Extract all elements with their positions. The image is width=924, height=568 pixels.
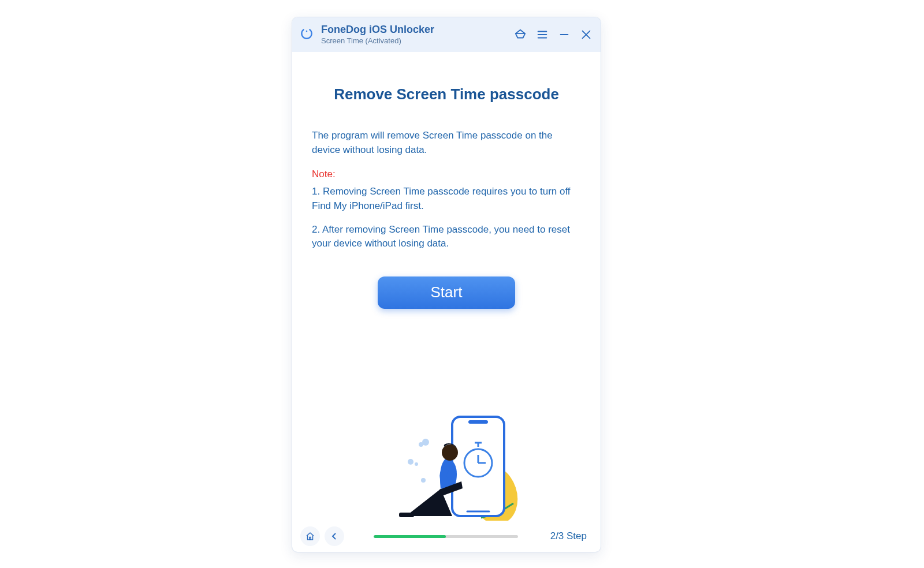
footer: 2/3 Step <box>292 521 601 552</box>
illustration <box>292 382 601 521</box>
svg-point-18 <box>419 442 423 447</box>
intro-text: The program will remove Screen Time pass… <box>312 129 581 157</box>
step-label: 2/3 Step <box>550 530 587 542</box>
svg-point-11 <box>464 449 492 477</box>
back-button[interactable] <box>325 526 344 546</box>
home-button[interactable] <box>300 526 320 546</box>
svg-point-21 <box>415 462 418 466</box>
svg-rect-8 <box>452 417 504 516</box>
minimize-icon[interactable] <box>558 28 571 41</box>
start-button[interactable]: Start <box>378 276 515 309</box>
app-logo-icon <box>298 26 315 43</box>
app-subtitle: Screen Time (Activated) <box>321 37 434 46</box>
menu-icon[interactable] <box>536 28 549 41</box>
svg-point-20 <box>408 459 413 465</box>
page-heading: Remove Screen Time passcode <box>312 85 581 103</box>
svg-point-22 <box>421 478 426 483</box>
note-2: 2. After removing Screen Time passcode, … <box>312 223 581 251</box>
svg-point-0 <box>306 31 308 32</box>
svg-rect-16 <box>399 513 414 517</box>
svg-point-7 <box>463 459 525 521</box>
note-1: 1. Removing Screen Time passcode require… <box>312 185 581 213</box>
progress-fill <box>374 535 446 538</box>
svg-point-17 <box>442 444 458 461</box>
svg-rect-9 <box>468 420 488 424</box>
close-icon[interactable] <box>580 28 593 41</box>
titlebar-actions <box>514 28 593 41</box>
titlebar: FoneDog iOS Unlocker Screen Time (Activa… <box>292 17 601 52</box>
upgrade-icon[interactable] <box>514 28 527 41</box>
main-content: Remove Screen Time passcode The program … <box>292 52 601 521</box>
progress-bar <box>349 535 543 538</box>
svg-point-19 <box>422 439 429 446</box>
app-window: FoneDog iOS Unlocker Screen Time (Activa… <box>292 17 601 552</box>
note-label: Note: <box>312 169 581 180</box>
svg-rect-23 <box>310 537 311 540</box>
app-title: FoneDog iOS Unlocker <box>321 24 434 36</box>
